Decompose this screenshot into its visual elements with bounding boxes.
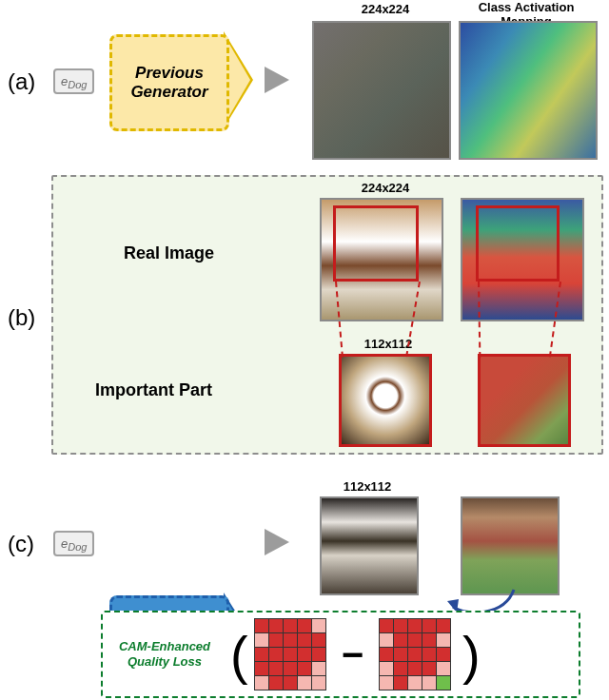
quality-loss-label: CAM-Enhanced Quality Loss [112, 639, 217, 669]
previous-generator-label: Previous Generator [112, 64, 226, 103]
previous-generator-block: Previous Generator [109, 34, 252, 126]
row-c-input-chip: eDog [53, 531, 94, 556]
our-output-cam [461, 496, 560, 595]
grid-b [379, 618, 451, 690]
arrow-icon [265, 67, 289, 93]
input-symbol: e [61, 536, 68, 551]
real-image-label: Real Image [124, 243, 214, 263]
real-image-bbox [333, 205, 419, 282]
arrow-icon [265, 529, 289, 555]
row-b-crop-size: 112x112 [331, 337, 445, 351]
row-a-output-image [312, 21, 451, 160]
paren-left-icon: ( [230, 624, 248, 686]
row-c-out-size: 112x112 [310, 479, 424, 494]
row-b-real-size: 224x224 [328, 181, 442, 195]
grid-a [254, 618, 326, 690]
row-a-letter: (a) [8, 68, 35, 95]
minus-icon: − [342, 633, 363, 676]
row-a-cam-image [459, 21, 598, 160]
quality-loss-box: CAM-Enhanced Quality Loss ( − ) [101, 611, 580, 698]
input-symbol: e [61, 74, 68, 88]
important-part-label: Important Part [95, 380, 212, 400]
input-sub: Dog [68, 541, 87, 553]
real-cam-bbox [476, 205, 560, 282]
important-part-image [339, 354, 432, 447]
row-b-letter: (b) [8, 304, 35, 331]
our-output-image [320, 496, 419, 595]
row-c-letter: (c) [8, 531, 34, 557]
paren-right-icon: ) [462, 624, 481, 686]
row-a-input-chip: eDog [53, 68, 94, 94]
col1-size-label: 224x224 [324, 2, 447, 16]
input-sub: Dog [68, 79, 87, 90]
important-part-cam [478, 354, 571, 447]
